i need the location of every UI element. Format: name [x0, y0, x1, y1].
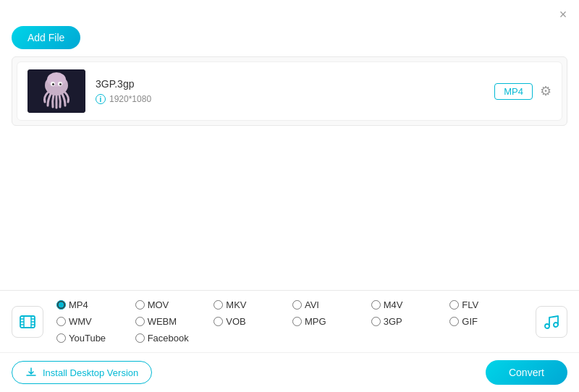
- format-radio-m4v[interactable]: [371, 300, 381, 310]
- format-label-mp4: MP4: [69, 299, 88, 310]
- file-item: 3GP.3gp i 1920*1080 MP4 ⚙: [17, 61, 562, 121]
- bottom-panel: MP4 MOV MKV AVI M4V FLV: [0, 290, 579, 392]
- format-label-wmv: WMV: [69, 316, 92, 327]
- format-radio-facebook[interactable]: [135, 333, 145, 343]
- format-label-m4v: M4V: [384, 299, 403, 310]
- install-button[interactable]: Install Desktop Version: [12, 361, 152, 384]
- convert-button[interactable]: Convert: [486, 360, 567, 385]
- toolbar: Add File: [0, 26, 579, 56]
- format-radio-youtube[interactable]: [56, 333, 66, 343]
- format-option-gif[interactable]: GIF: [447, 315, 525, 328]
- format-label-3gp: 3GP: [384, 316, 402, 327]
- footer-bar: Install Desktop Version Convert: [0, 353, 579, 392]
- format-radio-wmv[interactable]: [56, 317, 66, 326]
- file-thumbnail: [28, 69, 85, 113]
- format-radio-gif[interactable]: [449, 317, 459, 326]
- format-option-mov[interactable]: MOV: [132, 298, 211, 312]
- svg-point-16: [545, 324, 549, 328]
- format-label-vob: VOB: [226, 316, 245, 327]
- music-icon: [536, 306, 567, 338]
- format-selector: MP4 MOV MKV AVI M4V FLV: [0, 291, 579, 353]
- format-radio-avi[interactable]: [292, 300, 302, 310]
- format-radio-mp4[interactable]: [56, 300, 66, 310]
- file-meta: i 1920*1080: [96, 94, 494, 104]
- format-label-mkv: MKV: [226, 299, 246, 310]
- format-badge-button[interactable]: MP4: [494, 83, 533, 100]
- format-option-3gp[interactable]: 3GP: [368, 315, 447, 328]
- format-option-youtube[interactable]: YouTube: [54, 331, 132, 345]
- svg-point-5: [52, 83, 54, 85]
- file-actions: MP4 ⚙: [494, 83, 551, 100]
- format-option-mp4[interactable]: MP4: [54, 298, 132, 312]
- file-info: 3GP.3gp i 1920*1080: [96, 78, 494, 104]
- format-radio-mpg[interactable]: [292, 317, 302, 326]
- file-list: 3GP.3gp i 1920*1080 MP4 ⚙: [12, 56, 567, 126]
- format-radio-flv[interactable]: [449, 300, 459, 310]
- format-option-facebook[interactable]: Facebook: [132, 331, 211, 345]
- info-icon: i: [96, 94, 106, 104]
- format-option-vob[interactable]: VOB: [211, 315, 290, 328]
- format-radio-mkv[interactable]: [214, 300, 223, 310]
- format-option-mpg[interactable]: MPG: [290, 315, 368, 328]
- format-label-gif: GIF: [462, 316, 478, 327]
- file-resolution: 1920*1080: [109, 94, 151, 104]
- format-option-avi[interactable]: AVI: [290, 298, 368, 312]
- download-icon: [25, 367, 37, 378]
- install-label: Install Desktop Version: [43, 367, 138, 378]
- format-option-m4v[interactable]: M4V: [368, 298, 447, 312]
- format-radio-vob[interactable]: [214, 317, 223, 326]
- format-option-flv[interactable]: FLV: [447, 298, 525, 312]
- svg-point-6: [59, 83, 62, 85]
- add-file-button[interactable]: Add File: [12, 26, 80, 49]
- format-radio-mov[interactable]: [135, 300, 145, 310]
- title-bar: ×: [0, 0, 579, 26]
- format-radio-webm[interactable]: [135, 317, 145, 326]
- format-option-wmv[interactable]: WMV: [54, 315, 132, 328]
- format-label-facebook: Facebook: [148, 333, 189, 344]
- film-icon: [12, 306, 43, 338]
- file-name: 3GP.3gp: [96, 78, 494, 90]
- format-label-mov: MOV: [148, 299, 169, 310]
- format-radio-3gp[interactable]: [371, 317, 381, 326]
- content-area: [0, 126, 579, 270]
- format-label-mpg: MPG: [305, 316, 326, 327]
- format-grid: MP4 MOV MKV AVI M4V FLV: [54, 298, 525, 345]
- settings-icon[interactable]: ⚙: [540, 83, 551, 99]
- close-button[interactable]: ×: [556, 7, 570, 22]
- format-label-avi: AVI: [305, 299, 319, 310]
- format-option-mkv[interactable]: MKV: [211, 298, 290, 312]
- format-label-webm: WEBM: [148, 316, 177, 327]
- format-label-flv: FLV: [462, 299, 478, 310]
- format-label-youtube: YouTube: [69, 333, 106, 344]
- svg-point-2: [47, 72, 66, 87]
- format-option-webm[interactable]: WEBM: [132, 315, 211, 328]
